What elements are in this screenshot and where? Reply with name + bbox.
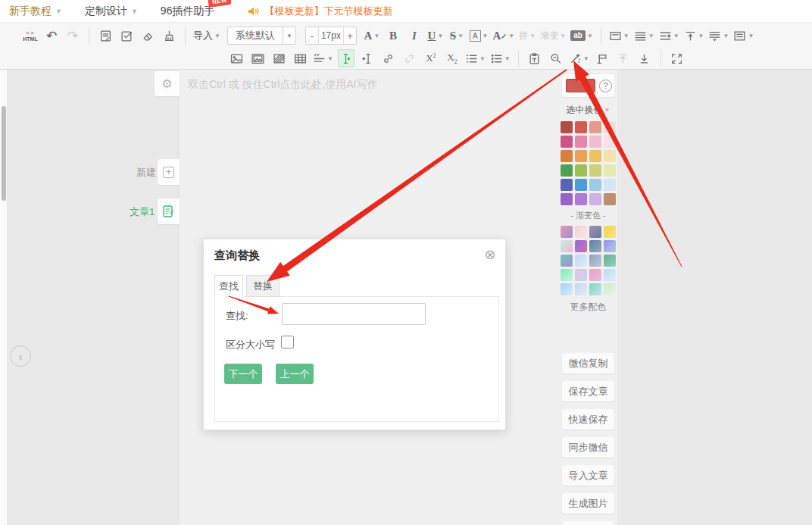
gradient-swatch[interactable] xyxy=(575,240,587,252)
nav-beginner-tutorial[interactable]: 新手教程 ▼ xyxy=(9,5,62,18)
new-article-tab[interactable]: + xyxy=(158,159,180,185)
ordered-list-dropdown[interactable]: ▼ xyxy=(465,49,486,67)
container-style-dropdown[interactable]: ▼ xyxy=(609,27,629,45)
superscript-button[interactable]: X2 xyxy=(423,49,439,67)
bold-button[interactable]: B xyxy=(385,27,401,45)
collapse-panel-button[interactable]: ‹ xyxy=(10,345,31,367)
color-swatch[interactable] xyxy=(604,136,616,148)
fullscreen-button[interactable] xyxy=(669,49,686,67)
gradient-swatch[interactable] xyxy=(604,283,616,295)
cursor-left-button[interactable] xyxy=(359,49,376,67)
side-action-button[interactable]: 同步微信 xyxy=(562,437,614,458)
tab-find[interactable]: 查找 xyxy=(214,275,243,297)
tab-replace[interactable]: 替换 xyxy=(246,275,280,297)
quote-style-dropdown[interactable]: ▼ xyxy=(313,49,333,67)
paste-button[interactable] xyxy=(526,49,543,67)
side-action-button[interactable]: 微信复制 xyxy=(562,353,614,373)
chevron-down-icon[interactable]: ▼ xyxy=(283,27,295,45)
highlight-dropdown[interactable]: ab▼ xyxy=(570,27,593,45)
page-settings-tab[interactable]: ⚙ xyxy=(155,71,180,96)
eraser-button[interactable] xyxy=(139,27,156,45)
move-to-bottom-button[interactable] xyxy=(636,49,653,67)
format-brush-button[interactable] xyxy=(161,27,177,45)
color-swatch[interactable] xyxy=(575,193,587,205)
background-color-dropdown[interactable]: A▼ xyxy=(470,27,489,45)
gradient-swatch[interactable] xyxy=(561,269,573,281)
insert-framed-image-button[interactable] xyxy=(249,49,266,67)
color-swatch[interactable] xyxy=(589,150,601,162)
color-swatch[interactable] xyxy=(575,179,587,191)
font-family-select[interactable]: 系统默认 ▼ xyxy=(227,27,296,45)
next-button[interactable]: 下一个 xyxy=(224,364,262,384)
color-swatch[interactable] xyxy=(561,164,573,177)
color-swatch[interactable] xyxy=(589,179,601,191)
insert-image-button[interactable] xyxy=(228,49,245,67)
gradient-swatch[interactable] xyxy=(604,269,616,281)
color-swatch[interactable] xyxy=(604,179,616,191)
gradient-swatch[interactable] xyxy=(604,240,616,252)
current-color-swatch[interactable] xyxy=(566,79,595,92)
artistic-text-dropdown[interactable]: A▼ xyxy=(493,27,515,45)
gradient-swatch[interactable] xyxy=(604,255,616,267)
color-swatch[interactable] xyxy=(561,193,573,205)
color-swatch[interactable] xyxy=(575,121,587,133)
gradient-text-dropdown[interactable]: 渐变▼ xyxy=(540,27,566,45)
anchor-flag-button[interactable] xyxy=(594,49,611,67)
color-swatch[interactable] xyxy=(604,121,616,133)
gradient-swatch[interactable] xyxy=(575,255,587,267)
gradient-swatch[interactable] xyxy=(575,283,587,295)
gradient-swatch[interactable] xyxy=(561,283,573,295)
color-swatch[interactable] xyxy=(561,121,573,133)
color-swatch[interactable] xyxy=(589,136,601,148)
gradient-swatch[interactable] xyxy=(604,226,616,238)
color-swatch[interactable] xyxy=(604,150,616,162)
italic-button[interactable]: I xyxy=(406,27,423,45)
close-icon[interactable]: ⊗ xyxy=(483,247,498,262)
indent-dropdown[interactable]: ▼ xyxy=(659,27,679,45)
color-swatch[interactable] xyxy=(575,136,587,148)
font-size-increase[interactable]: + xyxy=(344,30,356,42)
side-action-button[interactable]: 导入文章 xyxy=(562,465,614,486)
color-swatch[interactable] xyxy=(561,136,573,148)
texture-button[interactable] xyxy=(270,49,287,67)
gradient-swatch[interactable] xyxy=(589,226,601,238)
font-size-decrease[interactable]: - xyxy=(306,30,318,42)
line-height-dropdown[interactable]: ▼ xyxy=(708,27,729,45)
subscript-button[interactable]: X2 xyxy=(444,49,461,67)
help-icon[interactable]: ? xyxy=(599,80,612,92)
more-colors-link[interactable]: 更多配色 xyxy=(562,301,614,314)
previous-button[interactable]: 上一个 xyxy=(276,364,314,384)
find-input[interactable] xyxy=(282,303,426,325)
nav-plugin-assistant[interactable]: 96插件助手 NEW xyxy=(161,5,215,18)
margin-top-dropdown[interactable]: ▼ xyxy=(684,27,704,45)
side-action-button[interactable]: 保存文章 xyxy=(562,381,614,402)
insert-table-button[interactable] xyxy=(292,49,308,67)
gradient-swatch[interactable] xyxy=(589,283,601,295)
import-dropdown[interactable]: 导入▼ xyxy=(193,27,220,45)
gradient-swatch[interactable] xyxy=(575,226,587,238)
unordered-list-dropdown[interactable]: ▼ xyxy=(490,49,511,67)
underline-dropdown[interactable]: U▼ xyxy=(427,27,444,45)
strikethrough-dropdown[interactable]: S▼ xyxy=(448,27,465,45)
font-color-dropdown[interactable]: A▼ xyxy=(364,27,380,45)
color-swatch[interactable] xyxy=(561,179,573,191)
color-swatch[interactable] xyxy=(575,164,587,177)
gradient-swatch[interactable] xyxy=(589,269,601,281)
color-swatch[interactable] xyxy=(589,193,601,205)
announcement[interactable]: 【模板更新】下元节模板更新 xyxy=(248,5,392,18)
article-tab[interactable] xyxy=(158,198,180,224)
undo-button[interactable]: ↶ xyxy=(43,27,60,45)
new-document-button[interactable] xyxy=(97,27,114,45)
nav-custom-design[interactable]: 定制设计 ▼ xyxy=(85,5,138,18)
color-swatch[interactable] xyxy=(561,150,573,162)
gradient-swatch[interactable] xyxy=(575,269,587,281)
find-replace-button[interactable] xyxy=(548,49,564,67)
cursor-insert-button[interactable] xyxy=(338,49,354,67)
paragraph-style-dropdown[interactable]: ▼ xyxy=(733,27,754,45)
side-action-button[interactable]: 快速保存 xyxy=(562,409,614,430)
scrollbar-thumb[interactable] xyxy=(2,106,6,201)
side-action-button[interactable]: 生成图片 xyxy=(562,493,614,514)
color-swatch[interactable] xyxy=(604,193,616,205)
recolor-selected-dropdown[interactable]: 选中换色 ▼ xyxy=(562,104,614,117)
edit-check-button[interactable] xyxy=(118,27,135,45)
